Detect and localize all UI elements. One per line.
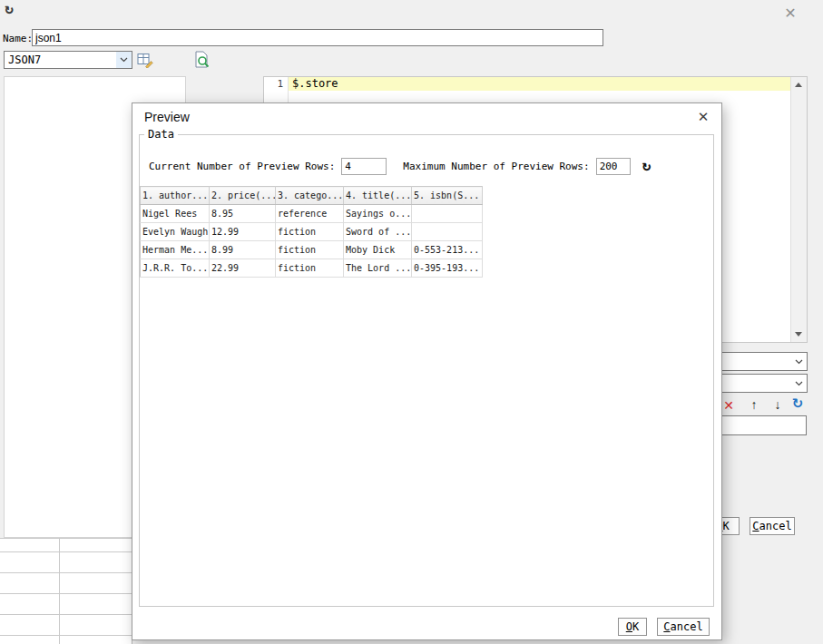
table-cell: Nigel Rees: [141, 205, 210, 223]
scroll-up-icon[interactable]: [791, 78, 806, 92]
grid-line: [0, 593, 132, 594]
table-cell: 8.99: [210, 241, 276, 259]
current-rows-input[interactable]: [341, 158, 387, 175]
json-type-combobox[interactable]: JSON7: [4, 51, 132, 69]
table-row: Nigel Rees 8.95 reference Sayings o...: [141, 205, 483, 223]
move-down-icon[interactable]: ↓: [769, 396, 786, 413]
table-cell: fiction: [276, 223, 344, 241]
table-row: Evelyn Waugh 12.99 fiction Sword of ...: [141, 223, 483, 241]
close-icon[interactable]: ✕: [694, 108, 712, 126]
delete-icon[interactable]: ✕: [720, 397, 737, 414]
table-cell: J.R.R. To...: [141, 259, 210, 278]
table-cell: The Lord ...: [344, 259, 412, 278]
preview-table: 1. author... 2. price(... 3. catego... 4…: [140, 186, 483, 278]
column-header[interactable]: 4. title(...: [344, 187, 412, 205]
column-header[interactable]: 5. isbn(S...: [412, 187, 483, 205]
scroll-down-icon[interactable]: [791, 327, 806, 341]
edit-parameters-icon[interactable]: [136, 51, 154, 69]
move-up-icon[interactable]: ↑: [746, 396, 762, 413]
column-header[interactable]: 2. price(...: [210, 187, 276, 205]
max-rows-input[interactable]: [596, 158, 631, 175]
table-cell: fiction: [276, 259, 344, 278]
dialog-buttons: OK Cancel: [618, 618, 710, 636]
dataset-name-input[interactable]: [32, 29, 603, 46]
table-cell: 8.95: [210, 205, 276, 223]
table-cell: reference: [276, 205, 344, 223]
ok-button[interactable]: OK: [618, 618, 647, 636]
combobox-value: JSON7: [5, 54, 116, 66]
line-number: 1: [277, 78, 283, 90]
editor-scrollbar[interactable]: [790, 77, 807, 342]
grid-line: [0, 551, 132, 552]
table-cell: fiction: [276, 241, 344, 259]
table-cell: [412, 205, 483, 223]
refresh-icon[interactable]: ↻: [642, 158, 652, 174]
preview-dialog: Preview ✕ Data Current Number of Preview…: [132, 102, 722, 640]
cancel-button[interactable]: Cancel: [657, 618, 710, 636]
table-cell: Sayings o...: [344, 205, 412, 223]
chevron-down-icon[interactable]: [791, 353, 807, 370]
table-header-row: 1. author... 2. price(... 3. catego... 4…: [141, 187, 483, 205]
refresh-icon-blue[interactable]: ↻: [789, 395, 806, 412]
table-cell: Sword of ...: [344, 223, 412, 241]
table-cell: 0-553-213...: [412, 241, 483, 259]
table-row: Herman Me... 8.99 fiction Moby Dick 0-55…: [141, 241, 483, 259]
chevron-down-icon[interactable]: [116, 52, 132, 68]
dialog-title: Preview: [144, 110, 190, 124]
name-label: Name:: [3, 33, 33, 44]
table-cell: Evelyn Waugh: [141, 223, 210, 241]
grid-line: [0, 572, 132, 573]
table-cell: 12.99: [210, 223, 276, 241]
current-rows-label: Current Number of Preview Rows:: [149, 161, 335, 172]
column-header[interactable]: 1. author...: [141, 187, 210, 205]
app-window: ✕ Name: JSON7 ↻ 1 $.store: [0, 0, 823, 644]
grid-line: [0, 614, 132, 615]
table-cell: [412, 223, 483, 241]
bottom-left-grid: [0, 538, 132, 644]
chevron-down-icon[interactable]: [791, 375, 807, 392]
max-rows-label: Maximum Number of Preview Rows:: [403, 161, 589, 172]
column-header[interactable]: 3. catego...: [276, 187, 344, 205]
refresh-icon[interactable]: ↻: [0, 0, 18, 18]
table-cell: Herman Me...: [141, 241, 210, 259]
cancel-button[interactable]: Cancel: [750, 517, 795, 535]
table-cell: Moby Dick: [344, 241, 412, 259]
table-row: J.R.R. To... 22.99 fiction The Lord ... …: [141, 259, 483, 278]
code-line-highlighted[interactable]: $.store: [289, 77, 790, 91]
table-cell: 0-395-193...: [412, 259, 483, 278]
preview-controls: Current Number of Preview Rows: Maximum …: [149, 156, 651, 176]
groupbox-label: Data: [144, 128, 178, 141]
grid-vertical-line: [59, 539, 60, 644]
close-icon[interactable]: ✕: [780, 4, 800, 24]
grid-line: [0, 635, 132, 636]
preview-data-icon[interactable]: [192, 50, 211, 68]
table-cell: 22.99: [210, 259, 276, 278]
